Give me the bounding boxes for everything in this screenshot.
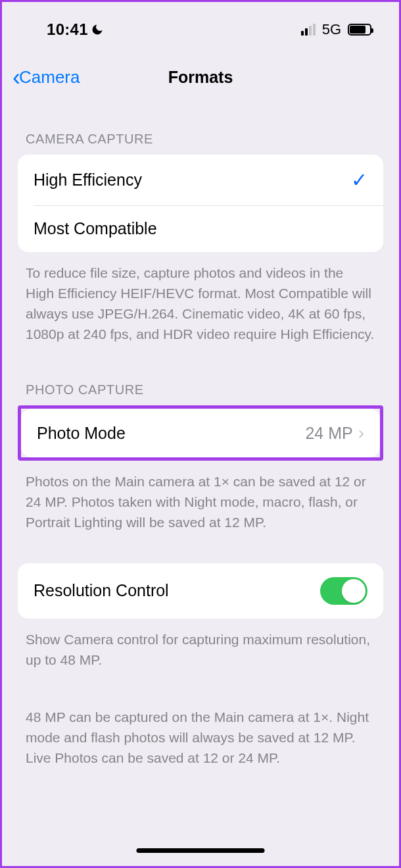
photo-capture-header: PHOTO CAPTURE bbox=[18, 351, 383, 405]
most-compatible-label: Most Compatible bbox=[34, 219, 157, 238]
resolution-control-toggle[interactable] bbox=[320, 577, 367, 605]
status-time: 10:41 bbox=[47, 20, 88, 39]
photo-mode-label: Photo Mode bbox=[37, 424, 126, 443]
most-compatible-row[interactable]: Most Compatible bbox=[18, 205, 383, 252]
back-label: Camera bbox=[19, 67, 80, 88]
nav-header: ‹ Camera Formats bbox=[2, 48, 399, 105]
resolution-control-group: Resolution Control bbox=[18, 563, 383, 619]
resolution-control-row: Resolution Control bbox=[18, 563, 383, 619]
photo-mode-row[interactable]: Photo Mode 24 MP › bbox=[21, 409, 380, 457]
camera-capture-group: High Efficiency ✓ Most Compatible bbox=[18, 155, 383, 252]
photo-mode-value: 24 MP bbox=[305, 424, 352, 443]
photo-capture-group: Photo Mode 24 MP › bbox=[21, 409, 380, 457]
resolution-control-section: Resolution Control Show Camera control f… bbox=[2, 563, 399, 775]
status-right: 5G bbox=[301, 21, 371, 38]
photo-capture-section: PHOTO CAPTURE Photo Mode 24 MP › Photos … bbox=[2, 351, 399, 539]
camera-capture-footer: To reduce file size, capture photos and … bbox=[18, 252, 383, 351]
moon-icon bbox=[91, 23, 104, 36]
network-type: 5G bbox=[322, 21, 341, 38]
high-efficiency-row[interactable]: High Efficiency ✓ bbox=[18, 155, 383, 205]
status-bar: 10:41 5G bbox=[2, 2, 399, 48]
signal-icon bbox=[301, 24, 316, 36]
high-efficiency-label: High Efficiency bbox=[34, 170, 142, 190]
photo-capture-footer: Photos on the Main camera at 1× can be s… bbox=[18, 461, 383, 539]
status-left: 10:41 bbox=[47, 20, 104, 39]
highlight-annotation: Photo Mode 24 MP › bbox=[18, 405, 383, 461]
resolution-control-footer-2: 48 MP can be captured on the Main camera… bbox=[18, 696, 383, 775]
check-icon: ✓ bbox=[351, 168, 367, 191]
page-title: Formats bbox=[168, 68, 233, 87]
camera-capture-section: CAMERA CAPTURE High Efficiency ✓ Most Co… bbox=[2, 105, 399, 351]
resolution-control-footer-1: Show Camera control for capturing maximu… bbox=[18, 619, 383, 677]
back-button[interactable]: ‹ Camera bbox=[12, 66, 80, 89]
resolution-control-label: Resolution Control bbox=[34, 581, 169, 600]
home-indicator[interactable] bbox=[137, 848, 265, 853]
battery-icon bbox=[348, 24, 371, 36]
camera-capture-header: CAMERA CAPTURE bbox=[18, 105, 383, 155]
chevron-right-icon: › bbox=[358, 422, 364, 444]
